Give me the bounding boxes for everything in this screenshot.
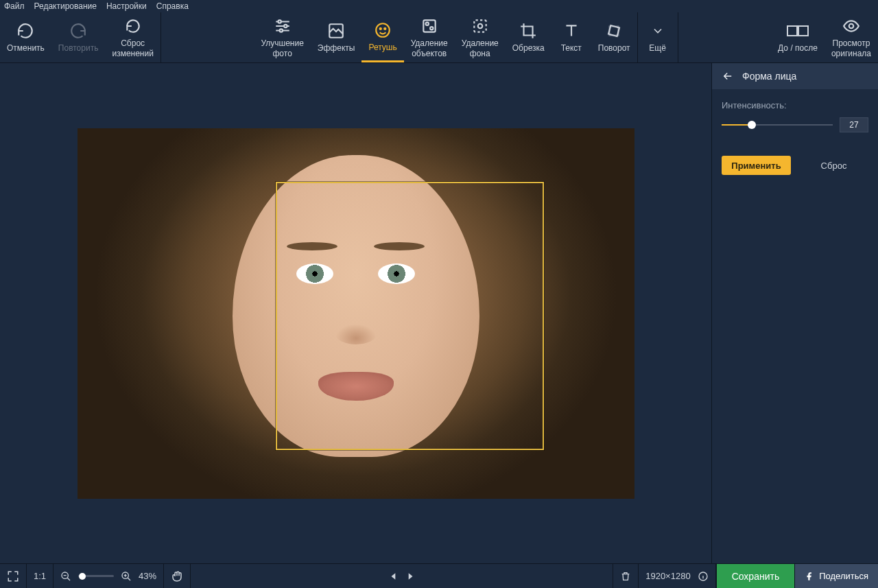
svg-rect-14	[787, 26, 797, 36]
menu-help[interactable]: Справка	[156, 1, 189, 11]
intensity-label: Интенсивность:	[722, 100, 868, 110]
text-label: Текст	[561, 43, 582, 53]
menu-file[interactable]: Файл	[4, 1, 25, 11]
before-after-label: До / после	[778, 43, 818, 53]
zoom-in-button[interactable]	[121, 571, 132, 582]
svg-point-16	[849, 24, 854, 29]
face-icon	[374, 21, 392, 40]
info-button[interactable]	[698, 571, 709, 582]
effects-label: Эффекты	[318, 43, 355, 53]
svg-point-6	[384, 28, 385, 30]
face-selection-box[interactable]	[276, 182, 544, 450]
sidebar: Форма лица Интенсивность: 27 Применить С…	[711, 63, 878, 563]
remove-obj-icon	[420, 16, 438, 36]
prev-button[interactable]	[389, 572, 399, 581]
pan-button[interactable]	[171, 570, 183, 583]
more-button[interactable]: Ещё	[638, 12, 678, 62]
canvas[interactable]	[0, 63, 711, 563]
next-button[interactable]	[405, 572, 415, 581]
facebook-icon	[805, 572, 814, 581]
main-area: Форма лица Интенсивность: 27 Применить С…	[0, 63, 878, 563]
svg-rect-15	[798, 26, 808, 36]
remove-bg-icon	[471, 16, 489, 36]
reset-button[interactable]: Сброс	[799, 156, 868, 175]
back-button[interactable]	[722, 70, 734, 82]
remove-objects-button[interactable]: Удаление объектов	[404, 12, 455, 62]
crop-icon	[519, 21, 537, 40]
menu-settings[interactable]: Настройки	[106, 1, 147, 11]
svg-point-8	[425, 23, 428, 25]
menubar: Файл Редактирование Настройки Справка	[0, 0, 878, 12]
share-label: Поделиться	[819, 571, 868, 581]
menu-edit[interactable]: Редактирование	[34, 1, 97, 11]
svg-point-9	[430, 27, 433, 30]
remove-obj-label: Удаление объектов	[411, 38, 448, 58]
text-icon	[562, 21, 580, 40]
zoom-1to1-button[interactable]: 1:1	[34, 571, 46, 581]
text-button[interactable]: Текст	[551, 12, 591, 62]
svg-point-5	[380, 28, 381, 30]
view-original-label: Просмотр оригинала	[831, 38, 871, 58]
statusbar: 1:1 43% 1920×1280 Сохранить Поделиться	[0, 563, 878, 588]
zoom-out-button[interactable]	[60, 571, 71, 582]
undo-button[interactable]: Отменить	[0, 12, 51, 62]
view-original-button[interactable]: Просмотр оригинала	[824, 12, 878, 62]
share-button[interactable]: Поделиться	[794, 564, 878, 589]
save-button[interactable]: Сохранить	[716, 564, 795, 589]
remove-bg-button[interactable]: Удаление фона	[455, 12, 506, 62]
sliders-icon	[274, 16, 292, 36]
redo-label: Повторить	[58, 43, 99, 53]
photo	[78, 128, 634, 499]
reset-icon	[124, 16, 142, 36]
intensity-slider[interactable]	[722, 120, 833, 130]
intensity-value[interactable]: 27	[840, 117, 868, 132]
effects-button[interactable]: Эффекты	[311, 12, 362, 62]
reset-changes-button[interactable]: Сброс изменений	[105, 12, 160, 62]
svg-point-0	[278, 20, 281, 23]
remove-bg-label: Удаление фона	[462, 38, 499, 58]
chevron-down-icon	[651, 21, 665, 40]
undo-label: Отменить	[7, 43, 45, 53]
dimensions-label: 1920×1280	[645, 571, 690, 581]
delete-button[interactable]	[620, 571, 631, 582]
sidebar-title: Форма лица	[742, 71, 796, 82]
compare-icon	[786, 21, 809, 40]
fullscreen-button[interactable]	[7, 570, 19, 583]
svg-rect-10	[474, 20, 486, 32]
rotate-button[interactable]: Поворот	[591, 12, 637, 62]
before-after-button[interactable]: До / после	[771, 12, 824, 62]
svg-rect-7	[423, 20, 435, 32]
retouch-button[interactable]: Ретушь	[361, 12, 403, 62]
rotate-icon	[605, 21, 623, 40]
effects-icon	[327, 21, 345, 40]
redo-button[interactable]: Повторить	[51, 12, 106, 62]
crop-button[interactable]: Обрезка	[506, 12, 551, 62]
redo-icon	[69, 21, 87, 40]
zoom-value: 43%	[139, 571, 156, 581]
eye-icon	[842, 16, 860, 36]
enhance-button[interactable]: Улучшение фото	[254, 12, 310, 62]
retouch-label: Ретушь	[368, 43, 396, 52]
enhance-label: Улучшение фото	[261, 38, 303, 58]
undo-icon	[16, 21, 34, 40]
svg-point-4	[376, 23, 390, 37]
svg-point-2	[279, 29, 282, 32]
sidebar-header: Форма лица	[712, 63, 878, 89]
rotate-label: Поворот	[598, 43, 630, 53]
svg-point-11	[477, 24, 482, 29]
reset-label: Сброс изменений	[112, 38, 153, 58]
crop-label: Обрезка	[512, 43, 545, 53]
zoom-slider[interactable]	[78, 575, 114, 577]
svg-point-1	[284, 25, 287, 27]
more-label: Ещё	[649, 43, 666, 53]
apply-button[interactable]: Применить	[722, 156, 791, 175]
toolbar: Отменить Повторить Сброс изменений Улучш…	[0, 12, 878, 63]
